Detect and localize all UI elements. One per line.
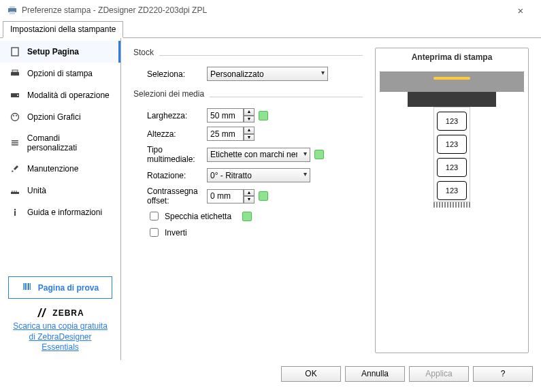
close-icon[interactable]: ×	[507, 5, 534, 16]
sidebar-item-label: Modalità di operazione	[27, 91, 110, 100]
sidebar-item-label: Guida e informazioni	[27, 208, 102, 217]
height-label: Altezza:	[133, 129, 207, 139]
svg-rect-20	[23, 283, 24, 290]
sidebar-item-label: Setup Pagina	[27, 47, 79, 56]
help-button[interactable]: ?	[473, 366, 533, 382]
stock-group-title: Stock	[133, 48, 154, 57]
media-type-select[interactable]: Etichette con marchi neri	[207, 148, 310, 162]
nav-list: Setup Pagina Opzioni di stampa Modalità …	[0, 38, 120, 226]
svg-point-18	[14, 209, 16, 210]
sidebar: Setup Pagina Opzioni di stampa Modalità …	[0, 38, 121, 360]
svg-rect-4	[11, 72, 19, 76]
width-down[interactable]: ▼	[244, 116, 255, 123]
svg-point-10	[16, 115, 17, 116]
height-input[interactable]	[207, 127, 244, 141]
info-icon	[10, 207, 20, 218]
sidebar-item-label: Opzioni Grafici	[27, 112, 81, 122]
dialog-footer: OK Annulla Applica ?	[0, 360, 541, 387]
titlebar: Preferenze stampa - ZDesigner ZD220-203d…	[0, 0, 541, 20]
print-preview: Anteprima di stampa 123 123 123 123	[375, 48, 529, 353]
svg-rect-1	[10, 6, 15, 8]
ruler-icon	[10, 185, 20, 196]
list-icon	[10, 137, 20, 148]
printer-small-icon	[10, 68, 20, 79]
download-link[interactable]: Scarica una copia gratuita di ZebraDesig…	[7, 321, 114, 353]
sidebar-item-help-info[interactable]: Guida e informazioni	[0, 201, 120, 223]
test-page-button[interactable]: Pagina di prova	[8, 276, 112, 299]
apply-button[interactable]: Applica	[409, 366, 469, 382]
sidebar-item-label: Unità	[27, 186, 46, 195]
printer-icon	[7, 5, 18, 16]
preview-label: 123	[437, 135, 467, 154]
mode-icon	[10, 90, 20, 101]
offset-input[interactable]	[207, 189, 244, 203]
preview-tape-end	[433, 202, 470, 208]
height-up[interactable]: ▲	[244, 127, 255, 134]
hint-icon[interactable]	[259, 191, 268, 201]
sidebar-item-graphic-options[interactable]: Opzioni Grafici	[0, 106, 120, 128]
svg-rect-21	[24, 283, 26, 290]
sidebar-item-units[interactable]: Unità	[0, 180, 120, 201]
wrench-icon	[10, 163, 20, 174]
zebra-logo: ZEBRA	[36, 307, 84, 319]
width-label: Larghezza:	[133, 111, 207, 120]
hint-icon[interactable]	[314, 150, 324, 159]
sidebar-item-custom-commands[interactable]: Comandi personalizzati	[0, 128, 120, 158]
svg-rect-2	[10, 12, 15, 14]
brand-block: ZEBRA Scarica una copia gratuita di Zebr…	[0, 303, 120, 360]
barcode-icon	[22, 281, 33, 294]
brand-text: ZEBRA	[52, 308, 84, 318]
media-group-title: Selezioni dei media	[133, 89, 204, 99]
svg-point-7	[17, 95, 18, 96]
page-icon	[10, 46, 20, 57]
tab-printer-settings[interactable]: Impostazioni della stampante	[3, 21, 123, 38]
svg-rect-24	[30, 283, 31, 290]
offset-down[interactable]: ▼	[244, 196, 255, 203]
invert-checkbox[interactable]	[150, 228, 159, 237]
svg-rect-19	[14, 211, 16, 216]
ok-button[interactable]: OK	[281, 366, 341, 382]
hint-icon[interactable]	[259, 111, 268, 120]
preview-label-tape: 123 123 123 123	[433, 107, 470, 202]
preview-body: 123 123 123 123	[376, 66, 528, 216]
tab-row: Impostazioni della stampante	[0, 20, 541, 37]
preview-printer-top	[380, 71, 524, 92]
rotation-label: Rotazione:	[133, 171, 207, 180]
palette-icon	[10, 112, 20, 122]
preview-title: Anteprima di stampa	[376, 48, 528, 66]
sidebar-item-maintenance[interactable]: Manutenzione	[0, 158, 120, 180]
svg-rect-5	[12, 70, 18, 72]
rotation-select[interactable]: 0° - Ritratto	[207, 168, 310, 182]
preview-label: 123	[437, 181, 467, 200]
offset-up[interactable]: ▲	[244, 189, 255, 197]
width-up[interactable]: ▲	[244, 108, 255, 116]
sidebar-item-operation-mode[interactable]: Modalità di operazione	[0, 84, 120, 106]
preview-label: 123	[437, 158, 467, 177]
preview-printer-slot	[408, 91, 496, 107]
mirror-checkbox[interactable]	[150, 212, 159, 220]
sidebar-item-label: Opzioni di stampa	[27, 69, 93, 78]
height-down[interactable]: ▼	[244, 134, 255, 142]
stock-select-label: Seleziona:	[133, 69, 207, 79]
sidebar-item-print-options[interactable]: Opzioni di stampa	[0, 63, 120, 84]
svg-point-8	[12, 114, 19, 121]
cancel-button[interactable]: Annulla	[345, 366, 405, 382]
media-type-label: Tipo multimediale:	[133, 145, 207, 164]
svg-rect-22	[27, 283, 27, 290]
svg-rect-14	[11, 192, 19, 194]
sidebar-item-page-setup[interactable]: Setup Pagina	[0, 41, 120, 63]
preview-label: 123	[437, 112, 467, 131]
sidebar-item-label: Comandi personalizzati	[27, 133, 111, 152]
svg-rect-23	[28, 283, 29, 290]
width-input[interactable]	[207, 108, 244, 122]
svg-rect-3	[12, 48, 18, 56]
mirror-label: Specchia etichetta	[165, 212, 231, 221]
stock-select[interactable]: Personalizzato	[207, 67, 328, 81]
window-title: Preferenze stampa - ZDesigner ZD220-203d…	[22, 5, 507, 15]
content-area: Stock Seleziona: Personalizzato Selezion…	[121, 38, 541, 360]
invert-label: Inverti	[165, 228, 187, 238]
hint-icon[interactable]	[242, 212, 252, 221]
test-page-label: Pagina di prova	[38, 283, 99, 293]
offset-label: Contrassegna offset:	[133, 186, 207, 206]
sidebar-item-label: Manutenzione	[27, 164, 78, 174]
